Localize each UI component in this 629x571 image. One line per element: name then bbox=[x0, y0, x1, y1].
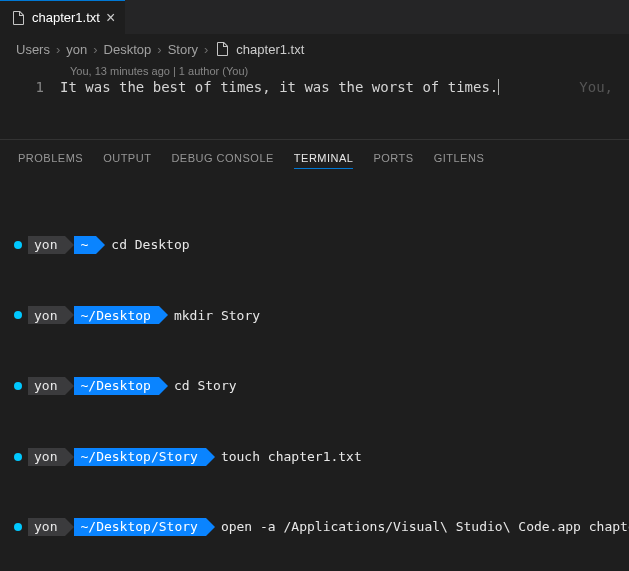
terminal-line: yon ~/Desktop/Story touch chapter1.txt bbox=[14, 448, 615, 466]
prompt-dot-icon bbox=[14, 241, 22, 249]
inline-blame: You, bbox=[539, 79, 613, 95]
prompt-arrow-icon bbox=[96, 236, 105, 254]
command-text: cd Desktop bbox=[105, 236, 189, 254]
prompt-path: ~/Desktop bbox=[74, 377, 158, 395]
breadcrumb-seg[interactable]: chapter1.txt bbox=[236, 42, 304, 57]
terminal-line: yon ~/Desktop mkdir Story bbox=[14, 306, 615, 324]
prompt-arrow-icon bbox=[65, 377, 74, 395]
tab-problems[interactable]: PROBLEMS bbox=[18, 148, 83, 169]
prompt-user: yon bbox=[28, 306, 65, 324]
breadcrumb-seg[interactable]: Story bbox=[168, 42, 198, 57]
prompt-path: ~ bbox=[74, 236, 96, 254]
file-icon bbox=[214, 41, 230, 57]
tab-output[interactable]: OUTPUT bbox=[103, 148, 151, 169]
chevron-right-icon: › bbox=[93, 42, 97, 57]
breadcrumb-seg[interactable]: yon bbox=[66, 42, 87, 57]
close-icon[interactable]: × bbox=[106, 10, 115, 26]
panel-tabs: PROBLEMS OUTPUT DEBUG CONSOLE TERMINAL P… bbox=[0, 140, 629, 177]
bottom-panel: PROBLEMS OUTPUT DEBUG CONSOLE TERMINAL P… bbox=[0, 139, 629, 571]
chevron-right-icon: › bbox=[157, 42, 161, 57]
prompt-arrow-icon bbox=[65, 518, 74, 536]
prompt-user: yon bbox=[28, 448, 65, 466]
prompt-arrow-icon bbox=[65, 448, 74, 466]
chevron-right-icon: › bbox=[56, 42, 60, 57]
terminal-content[interactable]: yon ~ cd Desktop yon ~/Desktop mkdir Sto… bbox=[0, 177, 629, 571]
editor-tabs-bar: chapter1.txt × bbox=[0, 0, 629, 35]
chevron-right-icon: › bbox=[204, 42, 208, 57]
tab-terminal[interactable]: TERMINAL bbox=[294, 148, 354, 169]
line-number: 1 bbox=[16, 79, 60, 95]
tab-filename: chapter1.txt bbox=[32, 10, 100, 25]
terminal-line: yon ~/Desktop/Story open -a /Application… bbox=[14, 518, 615, 536]
terminal-line: yon ~/Desktop cd Story bbox=[14, 377, 615, 395]
tab-ports[interactable]: PORTS bbox=[373, 148, 413, 169]
command-text: open -a /Applications/Visual\ Studio\ Co… bbox=[215, 518, 629, 536]
prompt-arrow-icon bbox=[206, 448, 215, 466]
prompt-arrow-icon bbox=[65, 306, 74, 324]
breadcrumb-seg[interactable]: Users bbox=[16, 42, 50, 57]
breadcrumb[interactable]: Users › yon › Desktop › Story › chapter1… bbox=[0, 35, 629, 63]
prompt-arrow-icon bbox=[206, 518, 215, 536]
prompt-dot-icon bbox=[14, 311, 22, 319]
prompt-path: ~/Desktop/Story bbox=[74, 518, 205, 536]
prompt-dot-icon bbox=[14, 523, 22, 531]
tab-debug-console[interactable]: DEBUG CONSOLE bbox=[171, 148, 273, 169]
command-text: cd Story bbox=[168, 377, 237, 395]
prompt-user: yon bbox=[28, 518, 65, 536]
prompt-dot-icon bbox=[14, 453, 22, 461]
code-line[interactable]: It was the best of times, it was the wor… bbox=[60, 79, 498, 95]
prompt-arrow-icon bbox=[159, 306, 168, 324]
prompt-arrow-icon bbox=[65, 236, 74, 254]
cursor bbox=[498, 79, 499, 95]
editor-area[interactable]: You, 13 minutes ago | 1 author (You) 1 I… bbox=[0, 63, 629, 95]
breadcrumb-seg[interactable]: Desktop bbox=[104, 42, 152, 57]
prompt-user: yon bbox=[28, 377, 65, 395]
codelens-blame[interactable]: You, 13 minutes ago | 1 author (You) bbox=[16, 63, 613, 79]
command-text: mkdir Story bbox=[168, 307, 260, 325]
command-text: touch chapter1.txt bbox=[215, 448, 362, 466]
prompt-user: yon bbox=[28, 236, 65, 254]
prompt-path: ~/Desktop bbox=[74, 306, 158, 324]
prompt-arrow-icon bbox=[159, 377, 168, 395]
file-icon bbox=[10, 10, 26, 26]
tab-gitlens[interactable]: GITLENS bbox=[434, 148, 485, 169]
terminal-line: yon ~ cd Desktop bbox=[14, 236, 615, 254]
tab-chapter1[interactable]: chapter1.txt × bbox=[0, 0, 125, 34]
prompt-path: ~/Desktop/Story bbox=[74, 448, 205, 466]
prompt-dot-icon bbox=[14, 382, 22, 390]
